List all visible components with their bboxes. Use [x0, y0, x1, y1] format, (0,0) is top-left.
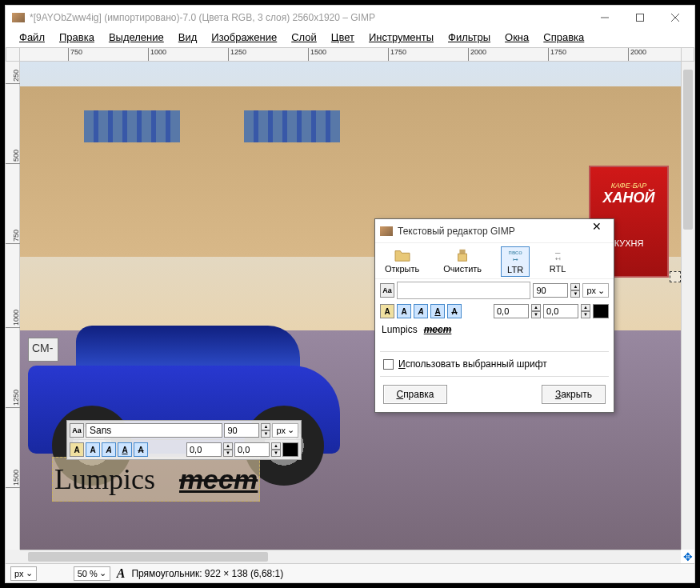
dlg-color-swatch[interactable] — [593, 304, 609, 318]
menu-file[interactable]: Файл — [12, 30, 52, 47]
dlg-text-area[interactable]: Lumpics тест — [375, 321, 614, 350]
close-button[interactable] — [658, 6, 693, 29]
text-word2: тест — [179, 464, 258, 495]
canvas[interactable]: КАФЕ-БАР ХАНОЙ КУХНЯ CM- Lumpics тест Aa — [20, 62, 681, 550]
dlg-text1: Lumpics — [382, 324, 418, 335]
navigation-icon[interactable]: ✥ — [681, 550, 694, 563]
rtl-button[interactable]: ـــ↤ RTL — [544, 246, 571, 277]
menu-filters[interactable]: Фильтры — [441, 30, 498, 47]
text-word1: Lumpics — [54, 462, 155, 496]
baseline-field[interactable]: 0,0 — [186, 442, 222, 457]
dialog-icon — [380, 226, 393, 236]
dlg-unit-select[interactable]: px⌄ — [582, 283, 609, 298]
menu-view[interactable]: Вид — [171, 30, 205, 47]
svg-rect-5 — [458, 254, 467, 261]
ltr-button[interactable]: пвсо↦ LTR — [501, 246, 530, 277]
menu-tools[interactable]: Инструменты — [362, 30, 441, 47]
menubar: Файл Правка Выделение Вид Изображение Сл… — [6, 30, 694, 47]
svg-rect-1 — [637, 14, 644, 22]
app-icon — [12, 13, 25, 22]
dialog-close-button[interactable]: ✕ — [585, 220, 609, 242]
bold-button[interactable]: A — [86, 442, 100, 457]
menu-windows[interactable]: Окна — [498, 30, 536, 47]
text-editor-dialog: Текстовый редактор GIMP ✕ Открыть Очисти… — [374, 218, 614, 413]
cursor-indicator — [670, 271, 681, 282]
status-unit-select[interactable]: px⌄ — [10, 566, 37, 581]
vertical-scrollbar[interactable] — [681, 62, 694, 550]
clear-button[interactable]: Очистить — [438, 246, 486, 277]
svg-rect-4 — [460, 250, 466, 254]
horizontal-scrollbar[interactable] — [20, 550, 681, 563]
dlg-style-clear[interactable]: A — [380, 304, 394, 318]
dlg-underline-button[interactable]: A — [430, 304, 445, 318]
dlg-kerning-spinner[interactable]: ▲▼ — [581, 304, 590, 318]
open-button[interactable]: Открыть — [380, 246, 424, 277]
use-font-label: ИИспользовать выбранный шрифтспользовать… — [398, 358, 547, 370]
menu-edit[interactable]: Правка — [52, 30, 102, 47]
ruler-horizontal[interactable]: 7501000125015001750200017502000 — [20, 47, 681, 62]
font-size-field[interactable]: 90 — [224, 423, 259, 438]
color-swatch[interactable] — [282, 442, 298, 457]
ruler-vertical[interactable]: 250500750100012501500 — [6, 62, 20, 550]
menu-color[interactable]: Цвет — [324, 30, 362, 47]
baseline-spinner[interactable]: ▲▼ — [223, 442, 233, 457]
maximize-button[interactable] — [622, 6, 658, 29]
text-layer[interactable]: Lumpics тест — [52, 457, 260, 502]
dlg-font-field[interactable] — [397, 282, 530, 299]
dlg-kerning-field[interactable]: 0,0 — [543, 304, 578, 318]
style-clear-button[interactable]: A — [70, 442, 84, 457]
statusbar: px⌄ 50 %⌄ A Прямоугольник: 922 × 138 (6,… — [6, 563, 694, 582]
window-title: *[9AYObZww4ig] (импортировано)-7.0 (Цвет… — [30, 12, 587, 23]
ruler-corner — [6, 47, 20, 62]
dlg-italic-button[interactable]: A — [414, 304, 428, 318]
help-button[interactable]: Справка — [383, 385, 447, 404]
kerning-field[interactable]: 0,0 — [234, 442, 270, 457]
kerning-spinner[interactable]: ▲▼ — [271, 442, 281, 457]
underline-button[interactable]: A — [118, 442, 132, 457]
use-font-checkbox[interactable] — [383, 359, 394, 370]
unit-select[interactable]: px⌄ — [272, 423, 298, 438]
dlg-font-button[interactable]: Aa — [380, 283, 394, 298]
dlg-strike-button[interactable]: A — [447, 304, 462, 318]
font-size-spinner[interactable]: ▲▼ — [261, 423, 270, 438]
menu-layer[interactable]: Слой — [284, 30, 324, 47]
text-tool-icon: A — [117, 566, 126, 581]
font-button[interactable]: Aa — [70, 423, 84, 438]
font-name-field[interactable]: Sans — [86, 423, 222, 438]
text-tool-options: Aa Sans 90 ▲▼ px⌄ A A A A A 0,0 ▲▼ 0,0 ▲… — [66, 420, 302, 460]
menu-help[interactable]: Справка — [536, 30, 591, 47]
titlebar: *[9AYObZww4ig] (импортировано)-7.0 (Цвет… — [6, 6, 694, 30]
minimize-button[interactable] — [587, 6, 622, 29]
dlg-text2: тест — [424, 324, 452, 335]
dlg-baseline-field[interactable]: 0,0 — [494, 304, 529, 318]
strike-button[interactable]: A — [134, 442, 148, 457]
dlg-size-field[interactable]: 90 — [533, 283, 568, 298]
close-dialog-button[interactable]: Закрыть — [542, 385, 606, 404]
menu-image[interactable]: Изображение — [204, 30, 284, 47]
dlg-baseline-spinner[interactable]: ▲▼ — [531, 304, 541, 318]
dlg-bold-button[interactable]: A — [397, 304, 411, 318]
zoom-select[interactable]: 50 %⌄ — [74, 566, 110, 581]
dialog-title: Текстовый редактор GIMP — [398, 226, 585, 237]
menu-select[interactable]: Выделение — [102, 30, 171, 47]
italic-button[interactable]: A — [102, 442, 116, 457]
dlg-size-spinner[interactable]: ▲▼ — [570, 283, 580, 298]
status-info: Прямоугольник: 922 × 138 (6,68:1) — [131, 568, 283, 579]
